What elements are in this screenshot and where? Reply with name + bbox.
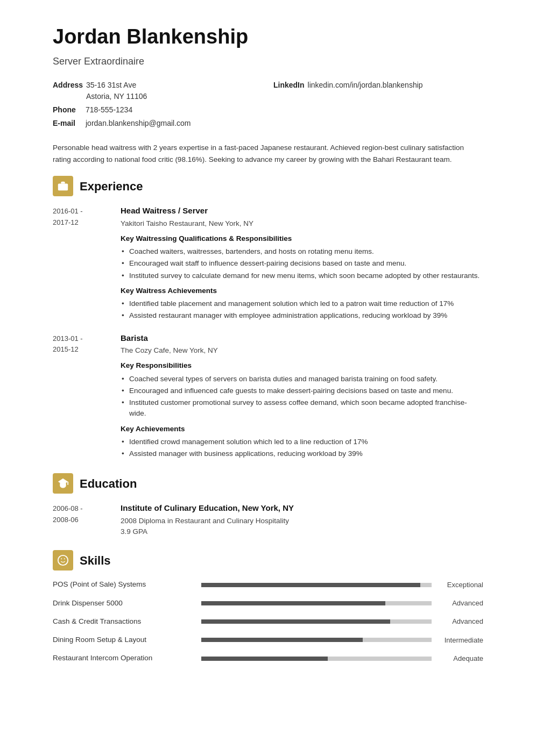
skill-level: Advanced [440, 616, 483, 627]
skill-bar-container [201, 657, 432, 661]
phone-label: Phone [53, 104, 82, 116]
skill-row: Restaurant Intercom OperationAdequate [53, 653, 483, 664]
skill-row: Dining Room Setup & LayoutIntermediate [53, 634, 483, 645]
sub-section-heading: Key Waitressing Qualifications & Respons… [121, 233, 483, 244]
experience-entry: 2016-01 - 2017-12Head Waitress / ServerY… [53, 205, 483, 323]
address-line2: Astoria, NY 11106 [86, 91, 147, 102]
sub-section-heading: Key Waitress Achievements [121, 286, 483, 296]
edu-content: Institute of Culinary Education, New Yor… [121, 502, 483, 537]
skill-item: Cash & Credit TransactionsAdvanced [53, 616, 483, 627]
experience-section: Experience 2016-01 - 2017-12Head Waitres… [53, 176, 483, 460]
entry-company: Yakitori Taisho Restaurant, New York, NY [121, 218, 483, 229]
skill-bar-fill [201, 638, 363, 642]
candidate-name: Jordan Blankenship [53, 22, 483, 52]
address-label: Address [53, 80, 83, 91]
skill-row: Drink Dispenser 5000Advanced [53, 598, 483, 609]
skill-bar-container [201, 619, 432, 624]
skill-name: POS (Point of Sale) Systems [53, 579, 193, 590]
skill-item: Restaurant Intercom OperationAdequate [53, 653, 483, 664]
list-item: Encouraged and influenced cafe guests to… [121, 386, 483, 396]
skills-svg-icon [57, 554, 69, 566]
skill-name: Dining Room Setup & Layout [53, 634, 193, 645]
linkedin-label: LinkedIn [273, 80, 305, 91]
education-entry: 2006-08 - 2008-06Institute of Culinary E… [53, 502, 483, 537]
list-item: Assisted restaurant manager with employe… [121, 310, 483, 321]
header-section: Jordan Blankenship Server Extraordinaire [53, 22, 483, 69]
phone-row: Phone 718-555-1234 [53, 104, 263, 116]
skill-name: Drink Dispenser 5000 [53, 598, 193, 609]
edu-dates: 2006-08 - 2008-06 [53, 502, 112, 537]
skill-row: Cash & Credit TransactionsAdvanced [53, 616, 483, 627]
education-title: Education [80, 475, 137, 493]
education-list: 2006-08 - 2008-06Institute of Culinary E… [53, 502, 483, 537]
sub-section-heading: Key Achievements [121, 424, 483, 434]
list-item: Identified crowd management solution whi… [121, 437, 483, 447]
candidate-title: Server Extraordinaire [53, 54, 483, 69]
linkedin-value: linkedin.com/in/jordan.blankenship [308, 80, 423, 91]
graduation-icon [57, 477, 69, 489]
email-label: E-mail [53, 118, 82, 129]
sub-section-heading: Key Responsibilities [121, 360, 483, 371]
email-value: jordan.blankenship@gmail.com [86, 118, 191, 129]
entry-job-title: Head Waitress / Server [121, 205, 483, 217]
education-icon [53, 473, 73, 494]
skill-bar-container [201, 638, 432, 642]
skill-item: Drink Dispenser 5000Advanced [53, 598, 483, 609]
address-line1: 35-16 31st Ave [86, 80, 147, 91]
skill-level: Advanced [440, 598, 483, 609]
list-item: Instituted customer promotional survey t… [121, 397, 483, 419]
skill-bar-container [201, 583, 432, 587]
resume-container: Jordan Blankenship Server Extraordinaire… [26, 0, 510, 698]
skill-row: POS (Point of Sale) SystemsExceptional [53, 579, 483, 590]
address-row: Address 35-16 31st Ave Astoria, NY 11106 [53, 80, 263, 102]
skill-bar-fill [201, 601, 385, 605]
edu-institution: Institute of Culinary Education, New Yor… [121, 502, 483, 515]
briefcase-icon [57, 180, 69, 192]
list-item: Identified table placement and managemen… [121, 298, 483, 309]
contact-section: Address 35-16 31st Ave Astoria, NY 11106… [53, 80, 483, 129]
skill-name: Cash & Credit Transactions [53, 616, 193, 627]
entry-content: Head Waitress / ServerYakitori Taisho Re… [121, 205, 483, 323]
experience-list: 2016-01 - 2017-12Head Waitress / ServerY… [53, 205, 483, 460]
bullet-list: Coached waiters, waitresses, bartenders,… [121, 246, 483, 281]
skills-title: Skills [80, 552, 110, 569]
experience-entry: 2013-01 - 2015-12BaristaThe Cozy Cafe, N… [53, 332, 483, 461]
summary-text: Personable head waitress with 2 years ex… [53, 142, 483, 165]
skill-level: Adequate [440, 653, 483, 664]
linkedin-row: LinkedIn linkedin.com/in/jordan.blankens… [273, 80, 483, 102]
list-item: Coached waiters, waitresses, bartenders,… [121, 246, 483, 257]
entry-content: BaristaThe Cozy Cafe, New York, NYKey Re… [121, 332, 483, 461]
experience-title: Experience [80, 177, 143, 195]
skills-icon [53, 550, 73, 570]
education-section: Education 2006-08 - 2008-06Institute of … [53, 473, 483, 537]
experience-header: Experience [53, 176, 483, 196]
skills-list: POS (Point of Sale) SystemsExceptionalDr… [53, 579, 483, 664]
list-item: Encouraged wait staff to influence desse… [121, 258, 483, 269]
bullet-list: Identified table placement and managemen… [121, 298, 483, 322]
svg-rect-0 [58, 184, 68, 191]
edu-gpa: 3.9 GPA [121, 526, 483, 537]
skills-header: Skills [53, 550, 483, 570]
svg-point-4 [58, 555, 68, 565]
bullet-list: Identified crowd management solution whi… [121, 437, 483, 460]
entry-dates: 2013-01 - 2015-12 [53, 332, 112, 461]
skill-bar-fill [201, 583, 420, 587]
phone-value: 718-555-1234 [86, 104, 132, 116]
skill-item: Dining Room Setup & LayoutIntermediate [53, 634, 483, 645]
bullet-list: Coached several types of servers on bari… [121, 374, 483, 419]
experience-icon [53, 176, 73, 196]
skills-section: Skills POS (Point of Sale) SystemsExcept… [53, 550, 483, 664]
skill-name: Restaurant Intercom Operation [53, 653, 193, 664]
list-item: Coached several types of servers on bari… [121, 374, 483, 384]
skill-level: Intermediate [440, 635, 483, 646]
skill-bar-fill [201, 657, 328, 661]
skill-item: POS (Point of Sale) SystemsExceptional [53, 579, 483, 590]
entry-dates: 2016-01 - 2017-12 [53, 205, 112, 323]
skill-bar-container [201, 601, 432, 605]
email-row: E-mail jordan.blankenship@gmail.com [53, 118, 263, 129]
list-item: Instituted survey to calculate demand fo… [121, 270, 483, 281]
list-item: Assisted manager with business applicati… [121, 448, 483, 459]
skill-level: Exceptional [440, 580, 483, 590]
entry-job-title: Barista [121, 332, 483, 345]
education-header: Education [53, 473, 483, 494]
